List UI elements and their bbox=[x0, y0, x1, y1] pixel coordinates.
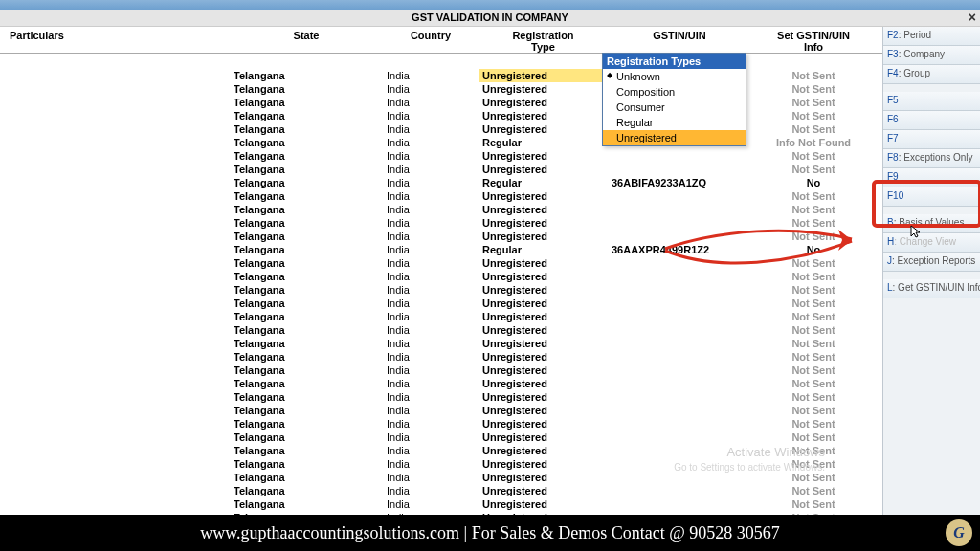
table-row[interactable]: TelanganaIndiaUnregisteredNot Sent bbox=[0, 323, 882, 337]
table-row[interactable]: TelanganaIndiaUnregisteredNot Sent bbox=[0, 310, 882, 323]
table-row[interactable]: TelanganaIndiaUnregisteredNot Sent bbox=[0, 350, 882, 364]
table-row[interactable]: TelanganaIndiaUnregisteredNot Sent bbox=[0, 497, 882, 511]
right-button[interactable]: H: Change View bbox=[883, 233, 980, 253]
watermark-title: Activate Windows bbox=[726, 445, 825, 459]
table-header: Particulars State Country Registration T… bbox=[0, 27, 882, 54]
table-row[interactable]: TelanganaIndiaUnregisteredNot Sent bbox=[0, 82, 882, 96]
table-row[interactable]: TelanganaIndiaUnregisteredNot Sent bbox=[0, 377, 882, 390]
col-header-country: Country bbox=[383, 27, 479, 53]
close-icon[interactable]: × bbox=[969, 10, 976, 25]
table-row[interactable]: TelanganaIndiaUnregisteredNot Sent bbox=[0, 364, 882, 377]
table-row[interactable]: TelanganaIndiaUnregisteredNot Sent bbox=[0, 404, 882, 417]
table-row[interactable]: TelanganaIndiaUnregisteredNot Sent bbox=[0, 203, 882, 216]
right-button[interactable]: J: Exception Reports bbox=[883, 253, 980, 272]
table-row[interactable]: TelanganaIndiaUnregisteredNot Sent bbox=[0, 430, 882, 444]
table-row[interactable]: TelanganaIndiaUnregisteredNot Sent bbox=[0, 283, 882, 297]
right-button bbox=[883, 272, 980, 279]
watermark-sub: Go to Settings to activate Windows. bbox=[674, 462, 825, 473]
right-button[interactable]: F6 bbox=[883, 111, 980, 130]
svg-marker-0 bbox=[838, 230, 852, 251]
table-row[interactable]: TelanganaIndiaUnregisteredNot Sent bbox=[0, 149, 882, 163]
top-ribbon bbox=[0, 0, 980, 10]
right-button bbox=[883, 84, 980, 92]
table-row[interactable]: TelanganaIndiaUnregisteredNot Sent bbox=[0, 484, 882, 497]
table-row[interactable]: TelanganaIndiaRegular36BYDPR8857C1Z2Info… bbox=[0, 136, 882, 149]
dropdown-item[interactable]: Unregistered bbox=[603, 130, 746, 145]
footer-banner: www.gupthaaccountingsolutions.com | For … bbox=[0, 515, 980, 551]
right-button[interactable]: F8: Exceptions Only bbox=[883, 149, 980, 168]
dropdown-item[interactable]: Regular bbox=[603, 115, 746, 130]
right-button[interactable]: F3: Company bbox=[883, 46, 980, 65]
dropdown-item[interactable]: Consumer bbox=[603, 99, 746, 115]
table-row[interactable]: TelanganaIndiaUnregisteredNot Sent bbox=[0, 122, 882, 136]
dropdown-item[interactable]: Unknown bbox=[603, 69, 746, 84]
table-row[interactable]: TelanganaIndiaUnregisteredNot Sent bbox=[0, 471, 882, 484]
title-bar: GST VALIDATION IN COMPANY × bbox=[0, 10, 980, 27]
table-row[interactable]: TelanganaIndiaUnregisteredNot Sent bbox=[0, 163, 882, 176]
right-button[interactable]: F7 bbox=[883, 130, 980, 149]
col-header-state: State bbox=[230, 27, 383, 53]
footer-text: www.gupthaaccountingsolutions.com | For … bbox=[200, 523, 779, 543]
col-header-regtype: Registration Type bbox=[479, 27, 608, 53]
dropdown-item[interactable]: Composition bbox=[603, 84, 746, 99]
table-row[interactable]: TelanganaIndiaUnregisteredNot Sent bbox=[0, 96, 882, 109]
right-button[interactable]: F4: Group bbox=[883, 65, 980, 84]
table-row[interactable]: TelanganaIndiaUnregisteredNot Sent bbox=[0, 109, 882, 122]
highlight-box bbox=[872, 180, 980, 228]
cursor-icon bbox=[909, 224, 924, 242]
annotation-arrow bbox=[660, 220, 861, 279]
col-header-particulars: Particulars bbox=[0, 27, 230, 53]
table-row[interactable]: TelanganaIndiaUnregisteredNot Sent bbox=[0, 69, 882, 82]
table-row[interactable]: TelanganaIndiaUnregisteredNot Sent bbox=[0, 189, 882, 203]
table-row[interactable]: TelanganaIndiaUnregisteredNot Sent bbox=[0, 417, 882, 430]
page-title: GST VALIDATION IN COMPANY bbox=[0, 10, 980, 23]
table-row[interactable]: TelanganaIndiaUnregisteredNot Sent bbox=[0, 390, 882, 404]
content-area: Particulars State Country Registration T… bbox=[0, 27, 882, 515]
col-header-info: Set GSTIN/UIN Info bbox=[751, 27, 876, 53]
dropdown-title: Registration Types bbox=[603, 54, 746, 69]
right-button[interactable]: F2: Period bbox=[883, 27, 980, 46]
table-row[interactable]: TelanganaIndiaUnregisteredNot Sent bbox=[0, 297, 882, 310]
right-button[interactable]: F5 bbox=[883, 92, 980, 111]
right-button[interactable]: L: Get GSTIN/UIN Info bbox=[883, 279, 980, 298]
footer-logo: G bbox=[946, 519, 972, 546]
table-row[interactable]: TelanganaIndiaRegular36ABIFA9233A1ZQNo bbox=[0, 176, 882, 189]
table-row[interactable]: TelanganaIndiaUnregisteredNot Sent bbox=[0, 337, 882, 350]
right-button-bar: F2: PeriodF3: CompanyF4: GroupF5F6F7F8: … bbox=[882, 27, 980, 515]
col-header-gstin: GSTIN/UIN bbox=[608, 27, 751, 53]
registration-types-dropdown[interactable]: Registration Types UnknownCompositionCon… bbox=[602, 53, 746, 146]
